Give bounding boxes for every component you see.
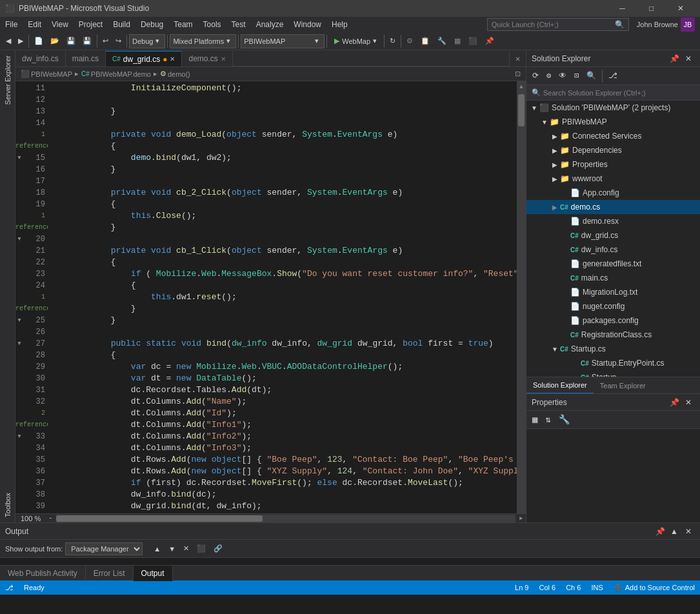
menu-team[interactable]: Team: [168, 17, 197, 32]
project-dropdown[interactable]: PBIWebMAP▾: [241, 34, 325, 48]
path-method[interactable]: ⚙ demo(): [160, 70, 190, 78]
icon2[interactable]: 📋: [417, 34, 433, 48]
props-close-btn[interactable]: ✕: [682, 396, 695, 409]
tree-migrationlog[interactable]: 📄 MigrationLog.txt: [526, 285, 700, 299]
icon1[interactable]: ⚙: [403, 34, 416, 48]
horiz-scroll-right-btn[interactable]: ▶: [517, 514, 526, 523]
minimize-btn[interactable]: ─: [608, 0, 637, 17]
tree-connected-services[interactable]: ▶ 📁 Connected Services: [526, 129, 700, 143]
tree-registration[interactable]: C# RegistrationClass.cs: [526, 328, 700, 342]
props-grid-btn[interactable]: ▦: [529, 413, 541, 427]
tree-generatedfiles[interactable]: 📄 generatedfiles.txt: [526, 257, 700, 271]
se-pin-btn[interactable]: 📌: [668, 52, 681, 65]
props-pin-btn[interactable]: 📌: [668, 396, 681, 409]
output-close-btn[interactable]: ✕: [682, 525, 695, 538]
horiz-scrollbar[interactable]: [56, 515, 515, 522]
output-btn3[interactable]: ✕: [180, 542, 192, 556]
tree-demo-cs[interactable]: ▶ C# demo.cs: [526, 200, 700, 214]
close-btn[interactable]: ✕: [666, 0, 695, 17]
zoom-minus[interactable]: -: [46, 514, 55, 523]
menu-project[interactable]: Project: [74, 17, 108, 32]
output-tab-output[interactable]: Output: [134, 566, 173, 581]
debug-dropdown[interactable]: Debug▾: [129, 34, 165, 48]
output-source-dropdown[interactable]: Package Manager: [65, 542, 143, 555]
back-btn[interactable]: ◀: [3, 34, 14, 48]
status-source-control[interactable]: ➕ Add to Source Control: [614, 584, 695, 592]
output-pin-btn[interactable]: 📌: [654, 525, 666, 538]
tab-dw-info[interactable]: dw_info.cs: [15, 51, 66, 66]
menu-test[interactable]: Test: [226, 17, 251, 32]
se-props-btn[interactable]: ⚙: [543, 69, 554, 83]
redo-btn[interactable]: ↪: [112, 34, 125, 48]
tree-pbiwebmap[interactable]: ▼ 📁 PBIWebMAP: [526, 115, 700, 129]
menu-edit[interactable]: Edit: [23, 17, 46, 32]
vert-scrollbar[interactable]: ▲: [517, 81, 526, 513]
tree-startup-entrypoint[interactable]: C# Startup.EntryPoint.cs: [526, 356, 700, 370]
close-editor-btn[interactable]: ✕: [509, 51, 526, 66]
forward-btn[interactable]: ▶: [15, 34, 26, 48]
platform-dropdown[interactable]: Mixed Platforms▾: [170, 34, 236, 48]
props-sort-btn[interactable]: ⇅: [542, 413, 554, 427]
code-content[interactable]: InitializeComponent(); } private void de…: [48, 81, 517, 513]
tree-properties[interactable]: ▶ 📁 Properties: [526, 157, 700, 172]
tree-wwwroot[interactable]: ▶ 📁 wwwroot: [526, 172, 700, 186]
menu-help[interactable]: Help: [326, 17, 353, 32]
tab-main[interactable]: main.cs: [66, 51, 106, 66]
scroll-thumb[interactable]: [518, 94, 525, 126]
menu-file[interactable]: File: [0, 17, 23, 32]
output-btn4[interactable]: ⬛: [194, 542, 209, 556]
output-btn5[interactable]: 🔗: [210, 542, 226, 556]
menu-build[interactable]: Build: [108, 17, 135, 32]
se-git-btn[interactable]: ⎇: [605, 69, 621, 83]
tree-dw-grid[interactable]: C# dw_grid.cs: [526, 228, 700, 243]
tree-dw-info[interactable]: C# dw_info.cs: [526, 243, 700, 257]
tab-dw-grid-close[interactable]: ✕: [170, 55, 175, 63]
path-project[interactable]: ⬛ PBIWebMAP: [21, 70, 72, 78]
user-profile[interactable]: John Browne JB: [632, 17, 700, 32]
tree-dependencies[interactable]: ▶ 📁 Dependencies: [526, 143, 700, 157]
refresh-btn[interactable]: ↻: [386, 34, 399, 48]
toolbox-tab[interactable]: Toolbox: [1, 488, 14, 522]
output-tab-errors[interactable]: Error List: [86, 566, 134, 581]
tree-packages-config[interactable]: 📄 packages.config: [526, 313, 700, 328]
output-max-btn[interactable]: ▲: [668, 525, 681, 538]
tab-dw-grid[interactable]: C# dw_grid.cs ● ✕: [106, 51, 182, 66]
icon6[interactable]: 📌: [482, 34, 497, 48]
icon4[interactable]: ▦: [451, 34, 464, 48]
tree-startup-class[interactable]: C# Startup: [526, 370, 700, 377]
se-filter-btn[interactable]: 🔍: [583, 69, 599, 83]
menu-view[interactable]: View: [46, 17, 74, 32]
menu-analyze[interactable]: Analyze: [251, 17, 289, 32]
tab-demo[interactable]: demo.cs ✕: [182, 51, 232, 66]
quick-launch[interactable]: Quick Launch (Ctrl+;) 🔍: [487, 18, 629, 31]
tab-demo-close[interactable]: ✕: [221, 55, 226, 63]
icon3[interactable]: 🔧: [434, 34, 450, 48]
open-btn[interactable]: 📂: [47, 34, 63, 48]
tree-demo-resx[interactable]: 📄 demo.resx: [526, 214, 700, 228]
output-btn1[interactable]: ▲: [150, 542, 164, 556]
horiz-scroll-thumb[interactable]: [56, 515, 263, 522]
menu-tools[interactable]: Tools: [198, 17, 226, 32]
menu-debug[interactable]: Debug: [135, 17, 168, 32]
tree-main-cs[interactable]: C# main.cs: [526, 271, 700, 285]
props-page-btn[interactable]: 🔧: [555, 413, 573, 427]
se-tab-solution-explorer[interactable]: Solution Explorer: [526, 377, 594, 394]
menu-window[interactable]: Window: [288, 17, 326, 32]
collapse-all-btn[interactable]: ⊡: [515, 70, 521, 78]
path-file[interactable]: C# PBIWebMAP.demo: [81, 70, 151, 78]
maximize-btn[interactable]: □: [637, 0, 666, 17]
se-sync-btn[interactable]: ⟳: [529, 69, 542, 83]
icon5[interactable]: ⬛: [465, 34, 481, 48]
new-project-btn[interactable]: 📄: [31, 34, 46, 48]
tree-solution[interactable]: ▼ ⬛ Solution 'PBIWebMAP' (2 projects): [526, 101, 700, 115]
save-all-btn[interactable]: 💾: [79, 34, 95, 48]
server-explorer-tab[interactable]: Server Explorer: [1, 50, 14, 110]
tree-startup[interactable]: ▼ C# Startup.cs: [526, 342, 700, 356]
se-search-bar[interactable]: 🔍 Search Solution Explorer (Ctrl+;): [526, 85, 700, 101]
se-close-btn[interactable]: ✕: [682, 52, 695, 65]
se-show-all-btn[interactable]: 👁: [555, 69, 570, 83]
undo-btn[interactable]: ↩: [99, 34, 112, 48]
scroll-up-btn[interactable]: ▲: [517, 83, 526, 92]
run-btn[interactable]: ▶ WebMap ▾: [329, 34, 382, 48]
save-btn[interactable]: 💾: [63, 34, 79, 48]
